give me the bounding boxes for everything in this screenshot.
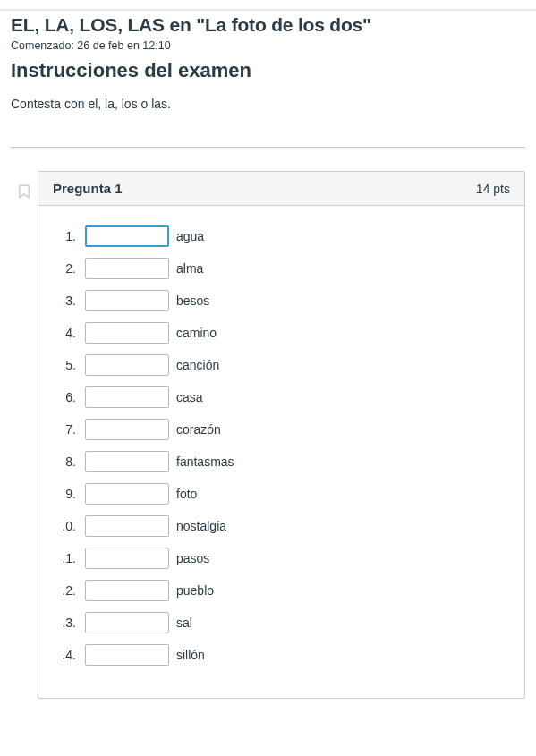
answer-input[interactable] <box>85 580 169 601</box>
list-item: 7.corazón <box>53 419 510 440</box>
answer-input[interactable] <box>85 386 169 408</box>
item-number: 5. <box>53 358 85 372</box>
list-item: 8.fantasmas <box>53 451 510 472</box>
item-number: 7. <box>53 422 85 437</box>
list-item: 5.canción <box>53 354 510 376</box>
question-body: 1.agua2.alma3.besos4.camino5.canción6.ca… <box>38 206 524 698</box>
answer-input[interactable] <box>85 225 169 247</box>
answer-input[interactable] <box>85 548 169 569</box>
list-item: 6.casa <box>53 386 510 408</box>
answer-input[interactable] <box>85 290 169 311</box>
list-item: 3.besos <box>53 290 510 311</box>
top-separator <box>0 9 536 11</box>
list-item: 2.alma <box>53 258 510 279</box>
started-timestamp: Comenzado: 26 de feb en 12:10 <box>11 39 525 52</box>
item-word: besos <box>169 293 209 308</box>
item-number: .3. <box>53 616 85 630</box>
item-word: agua <box>169 229 204 243</box>
list-item: .4.sillón <box>53 644 510 666</box>
answer-input[interactable] <box>85 612 169 633</box>
answer-input[interactable] <box>85 515 169 537</box>
answer-input[interactable] <box>85 322 169 344</box>
list-item: 4.camino <box>53 322 510 344</box>
item-number: 9. <box>53 487 85 501</box>
list-item: .1.pasos <box>53 548 510 569</box>
item-word: canción <box>169 358 219 372</box>
list-item: .0.nostalgia <box>53 515 510 537</box>
answer-input[interactable] <box>85 483 169 505</box>
list-item: .2.pueblo <box>53 580 510 601</box>
item-number: 8. <box>53 454 85 469</box>
answer-input[interactable] <box>85 644 169 666</box>
item-word: casa <box>169 390 203 404</box>
question-points: 14 pts <box>476 182 510 196</box>
item-word: pueblo <box>169 583 214 598</box>
bookmark-icon[interactable] <box>16 182 32 205</box>
item-number: 3. <box>53 293 85 308</box>
instructions-body: Contesta con el, la, los o las. <box>11 97 525 111</box>
item-word: sal <box>169 616 192 630</box>
question-header: Pregunta 1 14 pts <box>38 172 524 206</box>
item-number: .1. <box>53 551 85 565</box>
list-item: 1.agua <box>53 225 510 247</box>
answer-input[interactable] <box>85 419 169 440</box>
item-number: .0. <box>53 519 85 533</box>
item-number: 6. <box>53 390 85 404</box>
answer-input[interactable] <box>85 354 169 376</box>
item-word: sillón <box>169 648 205 662</box>
question-title: Pregunta 1 <box>53 181 123 196</box>
item-word: corazón <box>169 422 221 437</box>
answer-input[interactable] <box>85 451 169 472</box>
instructions-heading: Instrucciones del examen <box>11 59 525 82</box>
item-word: fantasmas <box>169 454 234 469</box>
item-word: alma <box>169 261 203 276</box>
section-divider <box>11 147 525 148</box>
list-item: 9.foto <box>53 483 510 505</box>
list-item: .3.sal <box>53 612 510 633</box>
item-word: camino <box>169 326 217 340</box>
item-number: 4. <box>53 326 85 340</box>
question-card: Pregunta 1 14 pts 1.agua2.alma3.besos4.c… <box>38 171 525 699</box>
item-number: .4. <box>53 648 85 662</box>
quiz-title: EL, LA, LOS, LAS en "La foto de los dos" <box>11 14 525 36</box>
item-number: 2. <box>53 261 85 276</box>
item-number: 1. <box>53 229 85 243</box>
item-word: foto <box>169 487 197 501</box>
item-word: pasos <box>169 551 209 565</box>
answer-input[interactable] <box>85 258 169 279</box>
item-number: .2. <box>53 583 85 598</box>
item-word: nostalgia <box>169 519 226 533</box>
